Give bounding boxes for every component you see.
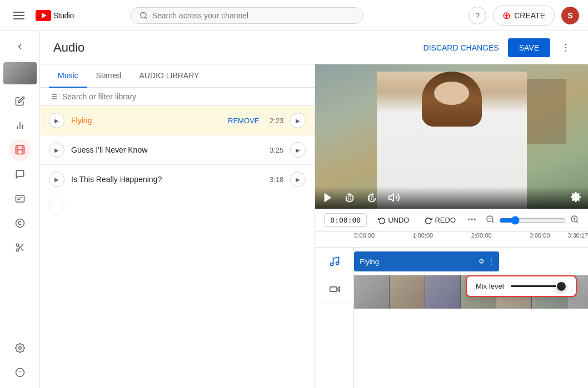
- svg-point-43: [471, 219, 473, 220]
- preview-button-guess[interactable]: ▶: [290, 142, 306, 158]
- nav-right: ? ⊕ CREATE S: [469, 6, 579, 26]
- sidebar-item-video[interactable]: [9, 139, 31, 161]
- play-button-is-this[interactable]: ▶: [49, 172, 64, 187]
- header-actions: DISCARD CHANGES SAVE: [421, 38, 575, 57]
- film-frame: [354, 275, 390, 309]
- discard-button[interactable]: DISCARD CHANGES: [421, 39, 501, 57]
- search-icon: [139, 11, 148, 20]
- save-button[interactable]: SAVE: [508, 38, 550, 57]
- redo-button[interactable]: REDO: [420, 214, 460, 226]
- create-icon: ⊕: [502, 9, 511, 22]
- search-bar[interactable]: [130, 7, 363, 24]
- volume-button[interactable]: [387, 191, 401, 204]
- timeline-toolbar: 0:00:00 UNDO REDO: [315, 209, 588, 232]
- svg-line-49: [576, 221, 578, 223]
- sidebar-item-settings[interactable]: [9, 337, 31, 359]
- main-layout: Audio DISCARD CHANGES SAVE Music Starred…: [0, 31, 588, 388]
- exclamation-icon: [15, 367, 25, 377]
- music-note-icon: [329, 256, 340, 267]
- track-item[interactable]: ▶ Is This Really Happening? 3:18 ▶: [40, 165, 315, 194]
- fast-forward-button[interactable]: 10: [365, 191, 378, 204]
- zoom-out-button[interactable]: [486, 215, 495, 226]
- sidebar-item-subtitles[interactable]: [9, 188, 31, 210]
- studio-label: Studio: [53, 11, 74, 20]
- timeline-section: 0:00:00 UNDO REDO: [315, 209, 588, 388]
- timeline-area: 0:00:00 1:00:00 2:00:00 3:00:00 3:30:17: [315, 232, 588, 388]
- partial-play-placeholder: [49, 199, 64, 214]
- ruler-marks: 0:00:00 1:00:00 2:00:00 3:00:00 3:30:17: [354, 232, 588, 247]
- timeline-tracks: Flying ⚙ ⋮ Mix level: [315, 248, 588, 388]
- undo-label: UNDO: [388, 216, 409, 224]
- search-input[interactable]: [152, 11, 354, 20]
- svg-point-30: [565, 50, 567, 52]
- time-display[interactable]: 0:00:00: [324, 213, 367, 227]
- track-labels: [315, 248, 354, 388]
- play-button-flying[interactable]: ▶: [49, 113, 64, 128]
- mix-slider-thumb[interactable]: [556, 281, 567, 292]
- ruler-mark-0: 0:00:00: [354, 232, 375, 239]
- sidebar-back-button[interactable]: [9, 36, 31, 58]
- video-track-label: [315, 275, 353, 303]
- sidebar-item-copyright[interactable]: [9, 212, 31, 234]
- svg-line-3: [145, 17, 147, 18]
- create-button[interactable]: ⊕ CREATE: [493, 6, 555, 26]
- svg-rect-15: [16, 195, 24, 202]
- youtube-icon: [36, 10, 51, 21]
- timeline-ruler: 0:00:00 1:00:00 2:00:00 3:00:00 3:30:17: [315, 232, 588, 248]
- rewind-button[interactable]: 10: [343, 191, 356, 204]
- more-options-button[interactable]: [557, 39, 575, 57]
- sidebar-item-analytics[interactable]: [9, 114, 31, 137]
- preview-button-is-this[interactable]: ▶: [290, 172, 306, 187]
- ruler-mark-2: 2:00:00: [471, 232, 492, 239]
- svg-point-2: [140, 12, 146, 18]
- sidebar-item-edit[interactable]: [9, 90, 31, 112]
- play-button-guess[interactable]: ▶: [49, 142, 64, 158]
- filter-input[interactable]: [62, 92, 306, 101]
- preview-button-flying[interactable]: ▶: [290, 113, 306, 128]
- track-duration-guess: 3:25: [266, 146, 283, 154]
- tab-music[interactable]: Music: [49, 64, 87, 88]
- video-settings-button[interactable]: [570, 192, 581, 204]
- tab-audio-library[interactable]: AUDIO LIBRARY: [130, 64, 208, 88]
- help-button[interactable]: ?: [469, 7, 486, 24]
- top-navigation: Studio ? ⊕ CREATE S: [0, 0, 588, 31]
- svg-marker-40: [389, 194, 393, 201]
- video-thumbnail[interactable]: [3, 62, 37, 84]
- film-icon: [15, 145, 25, 155]
- video-play-icon: [322, 192, 334, 204]
- clip-equalizer-icon[interactable]: ⚙: [479, 258, 485, 265]
- ruler-mark-1: 1:00:00: [413, 232, 433, 239]
- track-item-partial: [40, 194, 315, 219]
- undo-button[interactable]: UNDO: [373, 214, 413, 226]
- sidebar-item-comments[interactable]: [9, 163, 31, 185]
- svg-point-19: [16, 244, 19, 246]
- audio-clip-label: Flying: [360, 258, 494, 266]
- clip-more-icon[interactable]: ⋮: [488, 258, 495, 265]
- tab-starred[interactable]: Starred: [87, 64, 131, 88]
- filter-bar: [40, 88, 315, 106]
- volume-icon: [388, 192, 400, 204]
- svg-point-41: [575, 195, 577, 198]
- audio-clip-flying[interactable]: Flying ⚙ ⋮: [354, 251, 499, 271]
- rewind-icon: 10: [343, 192, 356, 204]
- timeline-more-button[interactable]: [467, 214, 477, 226]
- two-column-layout: Music Starred AUDIO LIBRARY ▶ Flying REM…: [40, 64, 588, 388]
- sidebar-item-issues[interactable]: [9, 361, 31, 384]
- track-item[interactable]: ▶ Guess I'll Never Know 3:25 ▶: [40, 135, 315, 165]
- pencil-icon: [15, 96, 25, 106]
- track-duration-flying: 2:23: [266, 117, 283, 125]
- zoom-in-button[interactable]: [570, 215, 579, 226]
- svg-point-18: [16, 219, 24, 228]
- sidebar-item-clips[interactable]: [9, 236, 31, 259]
- right-panel: 10 10: [315, 64, 588, 388]
- hamburger-menu[interactable]: [9, 7, 29, 24]
- audio-track-label: [315, 248, 353, 275]
- zoom-slider[interactable]: [499, 216, 566, 225]
- scissors-icon: [15, 243, 25, 253]
- comment-icon: [15, 169, 25, 179]
- undo-icon: [378, 216, 386, 224]
- remove-button-flying[interactable]: REMOVE: [228, 117, 259, 125]
- avatar[interactable]: S: [561, 7, 579, 24]
- track-item[interactable]: ▶ Flying REMOVE 2:23 ▶: [40, 106, 315, 135]
- video-play-button[interactable]: [322, 192, 334, 204]
